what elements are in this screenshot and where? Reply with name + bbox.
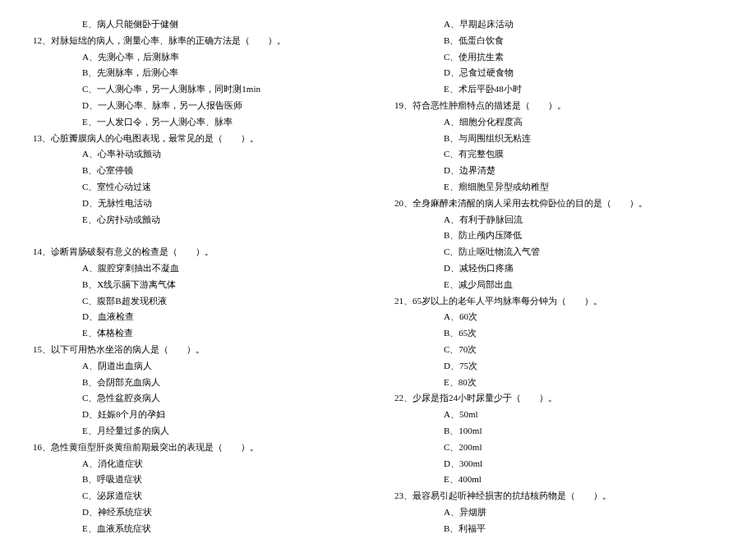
q13-option-e: E、心房扑动或颤动 <box>33 212 362 228</box>
q18-option-c: C、使用抗生素 <box>394 49 723 66</box>
q12-option-d: D、一人测心率、脉率，另一人报告医师 <box>33 98 362 114</box>
q20-option-b: B、防止颅内压降低 <box>394 228 723 244</box>
q15-option-e: E、月经量过多的病人 <box>33 423 362 440</box>
q23-option-b: B、利福平 <box>394 521 723 534</box>
q13-stem: 13、心脏瓣膜病人的心电图表现，最常见的是（ ）。 <box>33 131 362 147</box>
right-column: A、早期起床活动 B、低蛋白饮食 C、使用抗生素 D、忌食过硬食物 E、术后平卧… <box>394 16 723 534</box>
q15-option-a: A、阴道出血病人 <box>33 358 362 375</box>
q20-option-a: A、有利于静脉回流 <box>394 212 723 228</box>
q22-option-a: A、50ml <box>394 407 723 423</box>
q23-option-a: A、异烟肼 <box>394 504 723 521</box>
q12-option-e: E、一人发口令，另一人测心率、脉率 <box>33 114 362 131</box>
two-column-layout: E、病人只能侧卧于健侧 12、对脉短绌的病人，测量心率、脉率的正确方法是（ ）。… <box>33 16 723 534</box>
q21-option-a: A、60次 <box>394 309 723 325</box>
q18-option-b: B、低蛋白饮食 <box>394 33 723 49</box>
q12-stem: 12、对脉短绌的病人，测量心率、脉率的正确方法是（ ）。 <box>33 33 362 49</box>
q18-option-e: E、术后平卧48小时 <box>394 81 723 98</box>
q19-option-a: A、细胞分化程度高 <box>394 114 723 131</box>
q14-option-b: B、X线示膈下游离气体 <box>33 277 362 293</box>
left-column: E、病人只能侧卧于健侧 12、对脉短绌的病人，测量心率、脉率的正确方法是（ ）。… <box>33 16 362 534</box>
q12-option-c: C、一人测心率，另一人测脉率，同时测1min <box>33 81 362 98</box>
q15-option-d: D、妊娠8个月的孕妇 <box>33 407 362 423</box>
q16-option-d: D、神经系统症状 <box>33 504 362 521</box>
q14-stem: 14、诊断胃肠破裂有意义的检查是（ ）。 <box>33 244 362 260</box>
q14-option-a: A、腹腔穿刺抽出不凝血 <box>33 260 362 277</box>
q23-stem: 23、最容易引起听神经损害的抗结核药物是（ ）。 <box>394 488 723 504</box>
q16-option-b: B、呼吸道症状 <box>33 472 362 488</box>
q20-option-d: D、减轻伤口疼痛 <box>394 260 723 277</box>
q21-option-d: D、75次 <box>394 358 723 375</box>
q22-stem: 22、少尿是指24小时尿量少于（ ）。 <box>394 390 723 407</box>
q22-option-d: D、300ml <box>394 456 723 472</box>
q12-option-b: B、先测脉率，后测心率 <box>33 65 362 81</box>
q19-option-e: E、瘤细胞呈异型或幼稚型 <box>394 179 723 196</box>
q11-option-e: E、病人只能侧卧于健侧 <box>33 16 362 33</box>
q20-option-c: C、防止呕吐物流入气管 <box>394 244 723 260</box>
q14-option-e: E、体格检查 <box>33 325 362 342</box>
q21-option-b: B、65次 <box>394 325 723 342</box>
q14-option-c: C、腹部B超发现积液 <box>33 293 362 310</box>
q15-stem: 15、以下可用热水坐浴的病人是（ ）。 <box>33 342 362 358</box>
q13-option-d: D、无脉性电活动 <box>33 196 362 212</box>
q15-option-b: B、会阴部充血病人 <box>33 375 362 391</box>
q13-option-c: C、室性心动过速 <box>33 179 362 196</box>
q19-option-d: D、边界清楚 <box>394 163 723 179</box>
q21-option-e: E、80次 <box>394 375 723 391</box>
q19-option-b: B、与周围组织无粘连 <box>394 131 723 147</box>
q16-option-c: C、泌尿道症状 <box>33 488 362 504</box>
q15-option-c: C、急性盆腔炎病人 <box>33 390 362 407</box>
q16-option-a: A、消化道症状 <box>33 456 362 472</box>
q12-option-a: A、先测心率，后测脉率 <box>33 49 362 66</box>
q20-stem: 20、全身麻醉未清醒的病人采用去枕仰卧位的目的是（ ）。 <box>394 196 723 212</box>
q20-option-e: E、减少局部出血 <box>394 277 723 293</box>
q21-stem: 21、65岁以上的老年人平均脉率每分钟为（ ）。 <box>394 293 723 310</box>
q19-option-c: C、有完整包膜 <box>394 146 723 163</box>
q14-option-d: D、血液检查 <box>33 309 362 325</box>
q22-option-c: C、200ml <box>394 440 723 456</box>
q22-option-b: B、100ml <box>394 423 723 440</box>
q18-option-d: D、忌食过硬食物 <box>394 65 723 81</box>
q18-option-a: A、早期起床活动 <box>394 16 723 33</box>
q19-stem: 19、符合恶性肿瘤特点的描述是（ ）。 <box>394 98 723 114</box>
q16-stem: 16、急性黄疸型肝炎黄疸前期最突出的表现是（ ）。 <box>33 440 362 456</box>
q22-option-e: E、400ml <box>394 472 723 488</box>
q13-option-a: A、心率补动或颤动 <box>33 146 362 163</box>
q16-option-e: E、血液系统症状 <box>33 521 362 534</box>
q13-option-b: B、心室停顿 <box>33 163 362 179</box>
q21-option-c: C、70次 <box>394 342 723 358</box>
